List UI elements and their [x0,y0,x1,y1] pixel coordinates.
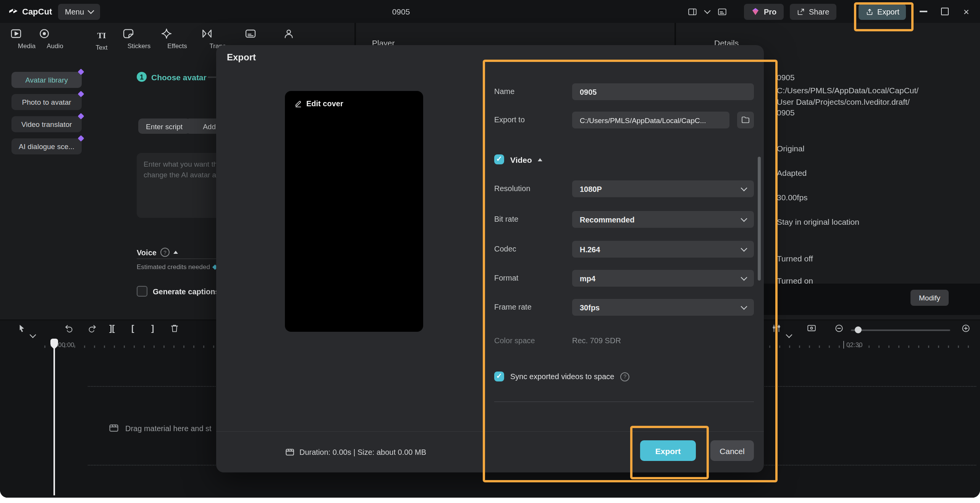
bitrate-dropdown[interactable]: Recommended [572,211,754,228]
panel-layout-icon[interactable] [716,6,728,16]
close-icon: × [963,6,969,16]
chevron-down-icon [741,215,747,222]
chevron-down-icon[interactable] [704,7,711,14]
chevron-down-icon [741,303,747,310]
timeline-end-marker: 02:30 [843,341,863,349]
voice-section-header[interactable]: Voice ? [137,248,178,257]
bracket-right-icon: ] [151,323,154,333]
dialog-scrollbar[interactable] [758,157,761,281]
details-ratio-value: Adapted [777,168,807,177]
folder-icon [741,115,750,125]
capcut-window: Player Details Media Audio TI Text Stick… [0,0,980,503]
video-checkbox[interactable] [494,154,504,164]
maximize-button[interactable] [938,0,952,23]
sync-checkbox[interactable] [494,372,504,381]
redo-button[interactable] [87,323,97,333]
preview-axis-button[interactable] [807,323,817,333]
export-path-field[interactable]: C:/Users/PMLS/AppData/Local/CapC... [572,112,729,128]
minimize-icon [920,11,927,12]
enter-script-button[interactable]: Enter script [138,118,190,134]
stickers-icon [122,28,134,40]
collapse-icon [538,158,543,161]
titlebar: CapCut Menu 0905 Pro Share [0,0,980,23]
modify-button[interactable]: Modify [910,290,949,306]
menu-button[interactable]: Menu [58,3,100,19]
framerate-dropdown[interactable]: 30fps [572,299,754,316]
colorspace-value: Rec. 709 SDR [572,336,621,345]
zoom-slider-knob[interactable] [855,326,862,333]
share-button[interactable]: Share [790,3,836,19]
dialog-export-button[interactable]: Export [640,440,696,461]
chevron-down-icon [30,332,36,338]
resolution-dropdown[interactable]: 1080P [572,180,754,197]
codec-label: Codec [494,245,516,253]
sync-to-space-row[interactable]: Sync exported videos to space ? [494,372,629,381]
tab-text[interactable]: TI Text [85,28,118,51]
credits-estimate: Estimated credits needed 1 [137,263,223,271]
colorspace-label: Color space [494,336,535,345]
bitrate-label: Bit rate [494,215,518,223]
zoom-slider[interactable] [851,329,950,331]
export-name-input[interactable] [572,83,754,100]
browse-folder-button[interactable] [737,112,754,128]
timeline-start-time: 00:00 [58,341,74,349]
sidebar-item-ai-dialogue[interactable]: AI dialogue sce... [11,138,82,154]
edit-cover-button[interactable]: Edit cover [294,99,343,108]
zoom-out-icon [834,323,844,333]
video-section-toggle[interactable]: Video [494,154,543,164]
zoom-in-button[interactable] [961,323,971,333]
pro-button[interactable]: Pro [744,3,783,19]
tab-avatars[interactable] [283,28,316,42]
close-button[interactable]: × [959,0,973,23]
media-icon [10,28,22,40]
trim-right-button[interactable]: ] [151,323,154,333]
export-summary: Duration: 0.00s | Size: about 0.00 MB [285,447,426,457]
share-icon [797,7,805,16]
playhead-handle[interactable] [50,339,58,346]
chevron-down-icon [88,7,94,14]
format-dropdown[interactable]: mp4 [572,270,754,287]
chevron-down-icon [741,274,747,281]
drag-material-icon [108,423,119,433]
maximize-icon [941,8,949,15]
sidebar-item-avatar-library[interactable]: Avatar library [11,72,82,88]
divider [137,258,216,259]
details-path-value: C:/Users/PMLS/AppData/Local/CapCut/ User… [777,85,919,118]
tab-effects[interactable]: Effects [160,28,194,50]
info-icon: ? [160,248,170,257]
export-dialog: Export Edit cover Name Export to C:/User… [216,45,764,472]
minimize-button[interactable] [917,0,930,23]
undo-button[interactable] [64,323,74,333]
audio-icon [38,28,50,40]
captions-icon [244,28,257,40]
tab-captions[interactable] [244,28,278,42]
generate-captions-row[interactable]: Generate captions [137,286,220,297]
details-toggle-off-value: Turned off [777,254,813,263]
dialog-cancel-button[interactable]: Cancel [710,440,754,461]
delete-button[interactable] [170,323,180,333]
tab-stickers[interactable]: Stickers [122,28,156,50]
select-tool-dropdown[interactable] [31,326,35,340]
export-button[interactable]: Export [859,3,906,19]
split-icon: ][ [109,323,115,333]
chevron-down-icon [786,332,792,338]
playhead-handle-tip [50,346,58,349]
sidebar-item-video-translator[interactable]: Video translator [11,116,82,132]
drag-material-target[interactable]: Drag material here and st [108,423,212,433]
split-button[interactable]: ][ [109,323,115,333]
select-tool-button[interactable] [17,323,27,333]
codec-dropdown[interactable]: H.264 [572,241,754,258]
layout-controls [687,0,728,23]
track-options-dropdown[interactable] [787,326,791,340]
app-logo: CapCut [8,0,52,23]
track-options-button[interactable] [771,323,781,333]
tab-audio[interactable]: Audio [38,28,72,50]
player-layout-icon[interactable] [687,6,698,16]
trim-left-button[interactable]: [ [131,323,134,333]
sidebar-item-photo-to-avatar[interactable]: Photo to avatar [11,94,82,110]
generate-captions-checkbox[interactable] [137,286,147,297]
undo-icon [64,323,74,333]
playhead[interactable] [53,339,55,495]
zoom-out-button[interactable] [834,323,844,333]
chevron-down-icon [741,185,747,191]
